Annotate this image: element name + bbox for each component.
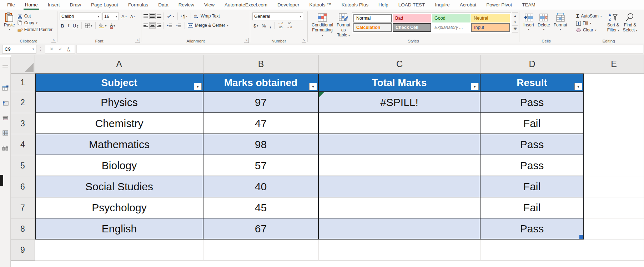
row-header-1[interactable]: 1 — [11, 74, 35, 92]
cell-trailing-0[interactable] — [35, 261, 203, 261]
autosum-button[interactable]: Σ AutoSum▾ — [575, 13, 603, 19]
format-painter-button[interactable]: Format Painter — [17, 27, 53, 32]
row-header-4[interactable]: 4 — [11, 134, 35, 155]
style-bad[interactable]: Bad — [393, 14, 431, 22]
cell-e2[interactable] — [584, 92, 644, 113]
delete-cells-button[interactable]: Delete▾ — [536, 11, 552, 32]
workbook-icon[interactable] — [2, 85, 9, 91]
insert-function-icon[interactable]: fx — [67, 46, 70, 52]
row-header-5[interactable]: 5 — [11, 155, 35, 176]
cell-e1[interactable] — [584, 74, 644, 92]
decrease-indent-icon[interactable] — [166, 23, 173, 27]
currency-format-icon[interactable]: $▾ — [252, 23, 259, 29]
cell-a5[interactable]: Biology — [35, 155, 203, 176]
sort-filter-button[interactable]: AZ Sort & Filter ▾ — [605, 11, 621, 34]
tab-file[interactable]: File — [2, 0, 20, 10]
tab-kutools[interactable]: Kutools ™ — [305, 0, 337, 10]
number-dialog-launcher[interactable]: ↘ — [302, 38, 306, 43]
align-center-icon[interactable] — [149, 22, 156, 29]
column-header-b[interactable]: B — [203, 55, 319, 74]
tab-acrobat[interactable]: Acrobat — [455, 0, 482, 10]
tab-inquire[interactable]: Inquire — [430, 0, 454, 10]
cell-a3[interactable]: Chemistry — [35, 113, 203, 134]
style-calculation[interactable]: Calculation — [353, 23, 392, 32]
cell-trailing-4[interactable] — [584, 261, 644, 261]
tab-power-pivot[interactable]: Power Pivot — [481, 0, 517, 10]
row-header-2[interactable]: 2 — [11, 92, 35, 113]
tab-page-layout[interactable]: Page Layout — [86, 0, 123, 10]
cell-a4[interactable]: Mathematics — [35, 134, 203, 155]
tab-review[interactable]: Review — [173, 0, 199, 10]
increase-indent-icon[interactable] — [175, 23, 182, 27]
tab-automateexcel-com[interactable]: AutomateExcel.com — [220, 0, 272, 10]
cell-e5[interactable] — [584, 155, 644, 176]
style-input[interactable]: Input — [471, 23, 510, 32]
text-direction-icon[interactable]: ›¶▾ — [180, 14, 188, 19]
cell-b5[interactable]: 57 — [203, 155, 319, 176]
column-header-e[interactable]: E — [584, 55, 644, 74]
cut-button[interactable]: Cut — [17, 13, 53, 19]
borders-icon[interactable]: ▾ — [84, 23, 93, 28]
tab-insert[interactable]: Insert — [43, 0, 65, 10]
cell-e4[interactable] — [584, 134, 644, 155]
cell-c6[interactable] — [319, 176, 481, 197]
merge-center-button[interactable]: Merge & Center ▾ — [187, 22, 229, 28]
cell-b7[interactable]: 45 — [203, 197, 319, 218]
alignment-dialog-launcher[interactable]: ↘ — [244, 38, 249, 43]
cell-d6[interactable]: Fail — [481, 176, 584, 197]
cell-b9[interactable] — [203, 240, 319, 261]
row-header-next[interactable] — [11, 261, 35, 261]
pane-toggle-handle[interactable] — [0, 175, 3, 186]
increase-font-icon[interactable]: A˄ — [120, 14, 128, 19]
style-good[interactable]: Good — [432, 14, 471, 22]
cell-a1[interactable]: Subject▼ — [35, 74, 203, 92]
tab-developer[interactable]: Developer — [272, 0, 305, 10]
cell-c1[interactable]: Total Marks▼ — [319, 74, 481, 92]
cell-c2[interactable]: #SPILL! — [319, 92, 481, 113]
insert-cells-button[interactable]: Insert▾ — [522, 11, 536, 32]
cell-a2[interactable]: Physics — [35, 92, 203, 113]
fill-button[interactable]: Fill▾ — [575, 20, 603, 26]
pane-handle-icon[interactable] — [2, 65, 8, 67]
cell-trailing-2[interactable] — [319, 261, 481, 261]
binoculars-icon[interactable] — [2, 146, 8, 151]
select-all-corner[interactable] — [11, 55, 35, 74]
clipboard-dialog-launcher[interactable]: ↘ — [51, 38, 56, 43]
comma-format-icon[interactable]: , — [268, 22, 272, 29]
cell-a7[interactable]: Psychology — [35, 197, 203, 218]
tab-draw[interactable]: Draw — [65, 0, 86, 10]
tab-team[interactable]: TEAM — [517, 0, 540, 10]
fill-color-icon[interactable]: ▾ — [98, 23, 107, 28]
filter-button-marks-obtained[interactable]: ▼ — [309, 83, 317, 90]
tab-load-test[interactable]: LOAD TEST — [393, 0, 430, 10]
align-top-icon[interactable] — [144, 14, 148, 19]
tab-formulas[interactable]: Formulas — [123, 0, 153, 10]
paste-button[interactable]: Paste ▾ — [2, 11, 17, 32]
name-box[interactable]: C9 ▾ — [2, 45, 36, 54]
style-explanatory[interactable]: Explanatory ... — [432, 23, 471, 32]
cell-e8[interactable] — [584, 218, 644, 240]
grid-pane-icon[interactable] — [2, 130, 8, 136]
cell-b3[interactable]: 47 — [203, 113, 319, 134]
style-normal[interactable]: Normal — [353, 14, 392, 22]
align-right-icon[interactable] — [157, 23, 161, 28]
tab-kutools-plus[interactable]: Kutools Plus — [337, 0, 373, 10]
filter-button-total-marks[interactable]: ▼ — [471, 83, 479, 90]
cell-b2[interactable]: 97 — [203, 92, 319, 113]
cell-e7[interactable] — [584, 197, 644, 218]
conditional-formatting-button[interactable]: Conditional Formatting ▾ — [310, 11, 335, 38]
decrease-decimal-icon[interactable]: .00→.0 — [286, 22, 293, 29]
cell-c9[interactable] — [319, 240, 481, 261]
font-name-select[interactable]: Calibri▾ — [60, 12, 101, 20]
cell-c3[interactable] — [319, 113, 481, 134]
font-dialog-launcher[interactable]: ↘ — [135, 38, 140, 43]
cell-c4[interactable] — [319, 134, 481, 155]
row-header-7[interactable]: 7 — [11, 197, 35, 218]
orientation-icon[interactable]: ab▾ — [166, 14, 175, 19]
format-as-table-button[interactable]: Format as Table ▾ — [335, 11, 352, 38]
enter-icon[interactable]: ✓ — [59, 46, 62, 52]
style-neutral[interactable]: Neutral — [471, 14, 510, 22]
cell-b4[interactable]: 98 — [203, 134, 319, 155]
column-header-c[interactable]: C — [319, 55, 481, 74]
tab-view[interactable]: View — [199, 0, 220, 10]
